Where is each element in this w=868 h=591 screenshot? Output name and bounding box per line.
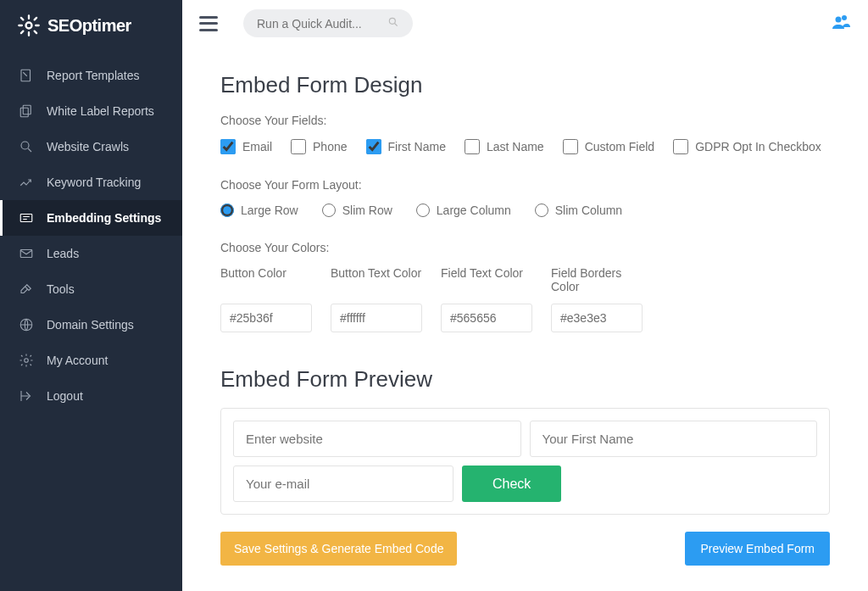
button-text-color-label: Button Text Color [331,266,424,297]
sidebar-item-label: Domain Settings [47,318,134,332]
svg-point-9 [389,18,395,24]
hammer-icon [19,282,34,297]
button-text-color-field: Button Text Color [331,266,424,332]
field-last-name-label: Last Name [487,140,544,153]
field-custom-label: Custom Field [585,140,654,153]
field-text-color-label: Field Text Color [441,266,534,297]
layout-large-column-radio[interactable] [416,204,430,217]
gear-arrows-icon [17,14,41,37]
layout-row: Large Row Slim Row Large Column Slim Col… [220,204,830,217]
main: Embed Form Design Choose Your Fields: Em… [182,0,868,591]
sidebar: SEOptimer Report Templates White Label R… [0,0,182,591]
svg-rect-6 [20,250,32,258]
svg-point-0 [26,23,32,29]
users-icon[interactable] [831,12,851,35]
sidebar-item-domain-settings[interactable]: Domain Settings [0,307,182,343]
field-last-name-checkbox[interactable] [465,139,480,154]
magnify-icon [19,139,34,154]
field-text-color-input[interactable] [441,304,532,332]
preview-box: Check [220,408,830,515]
sidebar-item-label: Leads [47,247,79,260]
field-email-checkbox[interactable] [220,139,236,154]
field-borders-color-field: Field Borders Color [551,266,644,332]
sidebar-item-leads[interactable]: Leads [0,236,182,271]
menu-toggle-icon[interactable] [199,16,218,31]
sidebar-item-keyword-tracking[interactable]: Keyword Tracking [0,164,182,200]
gear-icon [19,353,34,368]
quick-audit-input[interactable] [257,17,387,31]
field-gdpr-checkbox[interactable] [673,139,688,154]
field-phone-label: Phone [313,140,347,153]
sidebar-item-logout[interactable]: Logout [0,378,182,414]
embed-icon [19,210,34,226]
sidebar-item-report-templates[interactable]: Report Templates [0,58,182,93]
globe-icon [19,317,34,332]
field-gdpr[interactable]: GDPR Opt In Checkbox [673,139,821,154]
field-gdpr-label: GDPR Opt In Checkbox [695,140,821,153]
field-first-name-checkbox[interactable] [366,139,381,154]
choose-colors-label: Choose Your Colors: [220,241,830,254]
sidebar-item-my-account[interactable]: My Account [0,343,182,378]
sidebar-item-label: Logout [47,389,83,403]
layout-slim-column[interactable]: Slim Column [535,204,622,217]
button-color-field: Button Color [220,266,314,332]
svg-rect-3 [20,108,28,117]
field-borders-color-label: Field Borders Color [551,266,644,297]
layout-slim-column-radio[interactable] [535,204,548,217]
sidebar-item-label: Embedding Settings [47,211,161,225]
sidebar-item-label: Website Crawls [47,140,129,153]
layout-large-column[interactable]: Large Column [416,204,511,217]
field-first-name-label: First Name [388,140,446,153]
design-heading: Embed Form Design [220,72,830,98]
svg-point-8 [25,359,29,363]
preview-email-input[interactable] [233,466,453,502]
field-phone[interactable]: Phone [291,139,347,154]
sidebar-item-tools[interactable]: Tools [0,271,182,307]
field-last-name[interactable]: Last Name [465,139,544,154]
sidebar-item-embedding-settings[interactable]: Embedding Settings [0,200,182,236]
svg-point-4 [21,142,29,149]
quick-audit-search[interactable] [243,9,413,37]
sidebar-item-website-crawls[interactable]: Website Crawls [0,129,182,164]
button-color-label: Button Color [220,266,314,297]
sidebar-item-label: Tools [47,282,75,296]
field-first-name[interactable]: First Name [366,139,446,154]
layout-slim-row-radio[interactable] [322,204,336,217]
layout-large-row-radio[interactable] [220,204,234,217]
sidebar-item-label: My Account [47,354,108,367]
preview-check-button[interactable]: Check [462,466,561,502]
preview-embed-button[interactable]: Preview Embed Form [685,532,830,566]
preview-heading: Embed Form Preview [220,366,830,393]
field-borders-color-input[interactable] [551,304,643,332]
actions-row: Save Settings & Generate Embed Code Prev… [220,532,830,566]
brand-name: SEOptimer [47,16,131,36]
preview-website-input[interactable] [233,421,521,457]
field-email[interactable]: Email [220,139,272,154]
sidebar-nav: Report Templates White Label Reports Web… [0,58,182,414]
layout-large-row[interactable]: Large Row [220,204,298,217]
field-text-color-field: Field Text Color [441,266,534,332]
button-color-input[interactable] [220,304,312,332]
layout-slim-column-label: Slim Column [555,204,622,217]
field-custom-checkbox[interactable] [563,139,578,154]
mail-icon [19,246,34,261]
preview-first-name-input[interactable] [530,421,818,457]
content: Embed Form Design Choose Your Fields: Em… [182,47,868,591]
field-custom[interactable]: Custom Field [563,139,654,154]
sidebar-item-white-label-reports[interactable]: White Label Reports [0,93,182,129]
field-phone-checkbox[interactable] [291,139,306,154]
layout-large-row-label: Large Row [241,204,298,217]
save-generate-button[interactable]: Save Settings & Generate Embed Code [220,532,457,566]
layout-slim-row[interactable]: Slim Row [322,204,392,217]
svg-point-10 [842,15,847,20]
trend-icon [19,175,34,190]
svg-point-11 [836,17,842,23]
button-text-color-input[interactable] [331,304,422,332]
logout-icon [19,388,34,404]
layout-large-column-label: Large Column [437,204,511,217]
sidebar-item-label: Report Templates [47,69,139,82]
brand-logo[interactable]: SEOptimer [0,0,182,58]
sidebar-item-label: White Label Reports [47,104,154,118]
copy-icon [19,103,34,119]
search-icon [387,16,399,31]
